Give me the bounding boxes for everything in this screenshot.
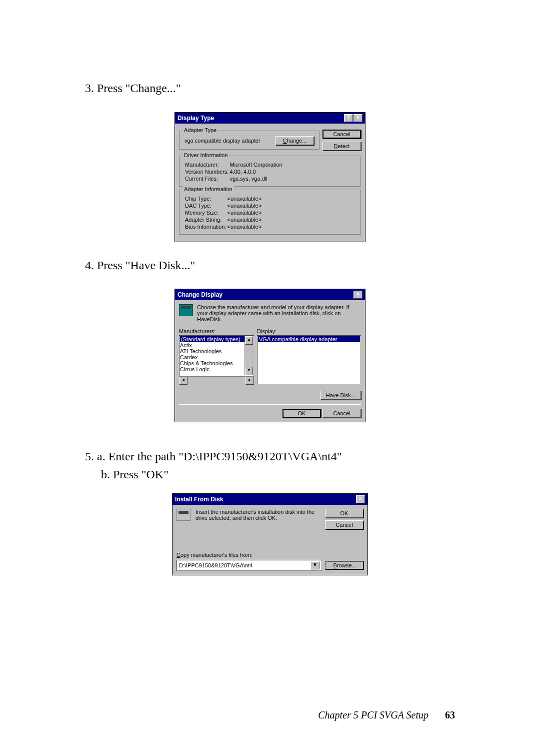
adapter-value: <unavailable> (227, 216, 262, 223)
adapter-info-legend: Adapter Information (182, 186, 234, 192)
driver-label: Version Numbers: (184, 168, 229, 175)
list-item[interactable]: Chips & Technologies (180, 360, 244, 366)
manufacturers-list[interactable]: (Standard display types) Actix ATI Techn… (180, 336, 244, 375)
scroll-up-icon[interactable]: ▲ (245, 336, 253, 345)
close-icon[interactable]: × (356, 495, 365, 503)
adapter-label: Memory Size: (184, 209, 227, 216)
change-display-dialog: Change Display × Choose the manufacturer… (174, 289, 366, 422)
driver-value: 4.00, 4.0.0 (229, 168, 282, 175)
close-icon[interactable]: × (354, 291, 362, 299)
step-3-text: 3. Press "Change..." (85, 80, 455, 97)
step-5-text: 5. a. Enter the path "D:\IPPC9150&9120T\… (85, 447, 455, 483)
list-item[interactable]: (Standard display types) (180, 336, 244, 342)
hscrollbar[interactable]: ◄ ► (179, 376, 254, 385)
driver-label: Manufacturer: (184, 161, 229, 168)
install-from-disk-dialog: Install From Disk × Insert the manufactu… (172, 493, 368, 575)
disk-icon (176, 509, 190, 521)
driver-info-legend: Driver Information (182, 152, 229, 158)
display-type-dialog: Display Type ? × Adapter Type vga compat… (174, 112, 366, 242)
browse-button[interactable]: Browse... (326, 561, 364, 569)
adapter-label: Chip Type: (184, 195, 227, 202)
path-input[interactable]: D:\IPPC9150&9120T\VGA\nt4 ▼ (176, 560, 322, 571)
copy-from-label: Copy manufacturer's files from: (176, 552, 364, 558)
have-disk-button[interactable]: Have Disk... (320, 391, 361, 400)
page-footer: Chapter 5 PCI SVGA Setup 63 (0, 709, 540, 721)
list-item[interactable]: Cardex (180, 354, 244, 360)
dialog-title: Change Display (178, 291, 222, 298)
driver-label: Current Files: (184, 175, 229, 182)
dropdown-icon[interactable]: ▼ (310, 561, 320, 569)
adapter-value: <unavailable> (227, 195, 262, 202)
scroll-down-icon[interactable]: ▼ (245, 367, 253, 375)
scroll-left-icon[interactable]: ◄ (179, 377, 188, 385)
dialog-title: Display Type (178, 115, 214, 122)
display-list[interactable]: VGA compatible display adapter (257, 335, 361, 384)
list-item[interactable]: VGA compatible display adapter (258, 336, 360, 342)
adapter-type-value: vga compatible display adapter (184, 138, 270, 144)
separator (179, 404, 361, 405)
step-4-text: 4. Press "Have Disk..." (85, 257, 455, 274)
ok-button[interactable]: OK (325, 509, 364, 518)
driver-value: vga.sys, vga.dll (229, 175, 282, 182)
cancel-button[interactable]: Cancel (322, 409, 361, 418)
change-display-desc: Choose the manufacturer and model of you… (197, 304, 361, 322)
chapter-label: Chapter 5 PCI SVGA Setup (318, 709, 428, 720)
adapter-label: DAC Type: (184, 202, 227, 209)
list-item[interactable]: Cirrus Logic (180, 366, 244, 372)
dialog-title: Install From Disk (175, 496, 224, 503)
adapter-value: <unavailable> (227, 223, 262, 230)
cancel-button[interactable]: Cancel (325, 520, 364, 529)
page-number: 63 (445, 709, 455, 720)
list-item[interactable]: Actix (180, 342, 244, 348)
change-button[interactable]: Change... (276, 136, 314, 145)
adapter-type-legend: Adapter Type (182, 127, 218, 133)
adapter-value: <unavailable> (227, 209, 262, 216)
scrollbar[interactable]: ▲ ▼ (244, 336, 253, 375)
scroll-right-icon[interactable]: ► (246, 377, 254, 385)
ok-button[interactable]: OK (282, 409, 321, 418)
list-item[interactable]: ATI Technologies (180, 348, 244, 354)
monitor-icon (179, 304, 193, 316)
help-icon[interactable]: ? (344, 114, 353, 122)
adapter-label: Bios Information: (184, 223, 227, 230)
adapter-value: <unavailable> (227, 202, 262, 209)
detect-button[interactable]: Detect (322, 142, 361, 151)
install-desc: Insert the manufacturer's installation d… (196, 509, 320, 529)
adapter-label: Adapter String: (184, 216, 227, 223)
close-icon[interactable]: × (354, 114, 362, 122)
cancel-button[interactable]: Cancel (322, 130, 361, 139)
driver-value: Microsoft Corporation (229, 161, 282, 168)
